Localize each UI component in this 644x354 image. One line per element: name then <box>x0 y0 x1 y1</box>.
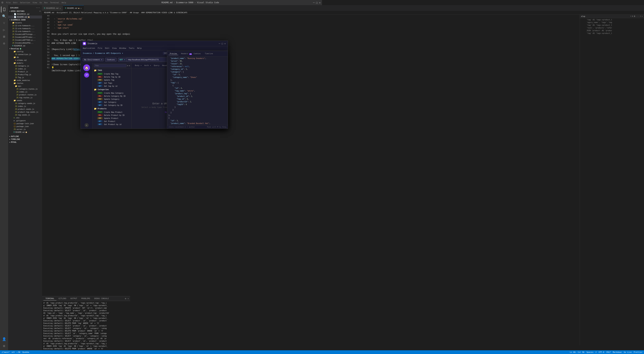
insomnia-request-delete-tag[interactable]: DEL Delete Tag by ID <box>92 75 131 78</box>
sidebar-item-readme-develop[interactable]: M README.md <box>8 131 42 134</box>
insomnia-request-update-category[interactable]: PUT Update Category <box>92 98 131 101</box>
sidebar-item-orm3[interactable]: JS 13-orm-homework-... <box>8 30 42 33</box>
sidebar-item-config[interactable]: 📁config <box>8 50 42 53</box>
cookies-tab[interactable]: Cookies <box>192 52 202 55</box>
tab-readmeoe[interactable]: M READMEOE.md ✕ <box>42 5 63 11</box>
breadcrumb-demo[interactable]: ### DEMONSTRATION VIDEO LINK & SCREENCAP… <box>141 11 188 14</box>
sidebar-item-product[interactable]: JS Product.js <box>8 70 42 73</box>
close-icon[interactable]: ✕ <box>12 16 13 18</box>
sidebar-item-product-seeds[interactable]: JS product-seeds.js <box>8 108 42 111</box>
activity-remote-icon[interactable]: ⊙ <box>1 40 7 46</box>
minimize-icon[interactable]: ─ <box>219 42 220 45</box>
maximize-icon[interactable]: □ <box>222 42 223 45</box>
sidebar-item-models-index[interactable]: JS index.js <box>8 67 42 70</box>
sidebar-item-product-tag-seeds[interactable]: JS product-tag-seeds.js <box>8 111 42 113</box>
menu-edit[interactable]: Edit <box>105 47 110 49</box>
sidebar-item-seeds-index[interactable]: JS index.js <box>8 105 42 108</box>
sidebar-item-server[interactable]: JS server.js <box>8 128 42 131</box>
insomnia-request-get-category[interactable]: GET Get Category <box>92 101 131 104</box>
filter-icon[interactable]: ⊕ <box>127 64 128 67</box>
sidebar-item-insomnia-homepga[interactable]: JS InsomniaHomePGA... <box>8 41 42 44</box>
sidebar-item-env[interactable]: ⚙ .env <box>8 116 42 119</box>
categories-group[interactable]: 📁 Categories <box>92 88 131 91</box>
sidebar-item-producttag[interactable]: JS ProductTag.js <box>8 73 42 76</box>
products-group[interactable]: 📁 Products <box>92 107 131 111</box>
sidebar-item-models[interactable]: 📁models <box>8 62 42 64</box>
mysql-section[interactable]: ▶MYSQL <box>8 141 42 144</box>
insomnia-request-delete-product[interactable]: DEL Delete Product by ID <box>92 114 131 117</box>
sidebar-item-tag-seeds[interactable]: JS tag-seeds.js <box>8 113 42 116</box>
activity-debug-icon[interactable]: ▷ <box>1 27 7 33</box>
minimize-button[interactable]: ─ <box>313 1 315 4</box>
sidebar-item-product-routes[interactable]: JS product-routes.js <box>8 93 42 96</box>
close-icon[interactable]: ✕ <box>224 42 226 45</box>
open-editors-section[interactable]: ▼OPEN EDITORS ⟳ <box>8 10 42 13</box>
activity-git-icon[interactable]: ⑂ <box>1 20 7 26</box>
insomnia-request-get-tags[interactable]: GET Get Tags <box>92 81 131 84</box>
insomnia-request-update-product[interactable]: PUT Update Product <box>92 117 131 120</box>
tab-close-icon[interactable]: ✕ <box>80 7 82 10</box>
sidebar-item-assets[interactable]: 📁Assets <box>8 21 42 24</box>
sidebar-item-category-seeds[interactable]: JS category-seeds.js <box>8 102 42 105</box>
sidebar-item-seeds[interactable]: 📁seeds <box>8 99 42 102</box>
close-icon[interactable]: ✕ <box>12 13 13 15</box>
sidebar-item-connection[interactable]: JS connection.js <box>8 53 42 56</box>
sidebar-item-schema[interactable]: ≡ schema.sql <box>8 59 42 62</box>
tags-group[interactable]: 📁 TAGS <box>92 68 131 72</box>
ecommece-section[interactable]: ▼ECOMMECE-5000 <box>8 18 42 21</box>
headers-tab[interactable]: Headers <box>180 52 190 55</box>
tab-close-icon[interactable]: ✕ <box>60 7 61 10</box>
insomnia-home-icon[interactable]: 🏠 <box>83 64 90 71</box>
sidebar-item-orm1[interactable]: JS 13-orm-homework-... <box>8 24 42 27</box>
sidebar-item-gitignore[interactable]: ◈ .gitignore <box>8 119 42 122</box>
sidebar-item-readme-open[interactable]: ✕ 📄 README.md <box>8 15 42 18</box>
window-controls[interactable]: ─ □ ✕ <box>313 1 321 4</box>
sidebar-item-db[interactable]: 📁db <box>8 56 42 59</box>
menu-tools[interactable]: Tools <box>129 47 134 49</box>
insomnia-request-delete-category[interactable]: DEL Delete Category By ID <box>92 94 131 98</box>
settings-icon[interactable]: ⚙ <box>129 64 130 67</box>
tab-readme[interactable]: M README.md ● ✕ <box>63 5 84 11</box>
body-tab[interactable]: Body ▾ <box>134 64 143 67</box>
sidebar-item-package-lock[interactable]: {} package-lock.json <box>8 122 42 125</box>
insomnia-request-get-product-by-id[interactable]: GET Get Product by id <box>92 123 131 126</box>
url-input[interactable] <box>126 57 171 62</box>
timeline-section[interactable]: ▶TIMELINE <box>8 138 42 141</box>
sidebar-item-tag[interactable]: JS Tag.js <box>8 76 42 79</box>
outline-section[interactable]: ▶OUTLINE <box>8 135 42 138</box>
menu-window[interactable]: Window <box>119 47 126 49</box>
close-button[interactable]: ✕ <box>319 1 321 4</box>
menu-file[interactable]: File <box>98 47 102 49</box>
menu-application[interactable]: Application <box>83 47 95 49</box>
sidebar-item-api[interactable]: 📁api <box>8 85 42 88</box>
insomnia-request-get-tag-by-id[interactable]: GET Get tag by id <box>92 84 131 88</box>
sidebar-item-routes[interactable]: 📁routes <box>8 82 42 85</box>
maximize-button[interactable]: □ <box>316 1 318 4</box>
breadcrumb-assignment[interactable]: Assignment 13, Object-Relational Mapping… <box>56 11 127 14</box>
environment-selector[interactable]: No Environment ▾ <box>83 58 104 61</box>
menu-view[interactable]: View <box>112 47 117 49</box>
sidebar-filter-input[interactable] <box>94 64 126 67</box>
cookies-button[interactable]: Cookies <box>105 58 116 62</box>
insomnia-request-create-product[interactable]: POST Create New Product <box>92 111 131 114</box>
sidebar-item-orm2[interactable]: JS 13-orm-homework-... <box>8 27 42 30</box>
insomnia-request-create-category[interactable]: POST Create New Category <box>92 91 131 94</box>
insomnia-profile-icon[interactable]: JP <box>84 72 89 78</box>
timeline-tab[interactable]: Timeline <box>203 52 214 55</box>
explorer-menu-icon[interactable]: ··· <box>36 6 40 9</box>
sidebar-item-category[interactable]: JS Category.js <box>8 64 42 67</box>
sidebar-item-tag-routes[interactable]: JS tag-routes.js <box>8 96 42 99</box>
breadcrumb-usage[interactable]: ## Usage <box>130 11 139 14</box>
sidebar-item-readmeoe[interactable]: M READMEOE.md <box>8 44 42 47</box>
sidebar-item-category-routes[interactable]: JS category-routes.js <box>8 88 42 90</box>
sidebar-item-insomnia-getproduc[interactable]: JS InsomniaGETProduc... <box>8 36 42 39</box>
preview-tab[interactable]: Preview <box>168 52 178 55</box>
sidebar-item-readmeoe-open[interactable]: ✕ 📄 READMEOE.md <box>8 13 42 15</box>
sidebar-item-node-modules[interactable]: 📁node_modules <box>8 79 42 82</box>
insomnia-request-create-tag[interactable]: POST Create New Tag <box>92 72 131 75</box>
develop-section[interactable]: ▼Develop <box>8 47 42 50</box>
sidebar-item-package[interactable]: {} package.json <box>8 125 42 128</box>
insomnia-request-get-category-by-id[interactable]: GET Get Category by ID <box>92 104 131 107</box>
auth-tab[interactable]: Auth ▾ <box>143 64 152 67</box>
activity-search-icon[interactable]: 🔍 <box>1 13 7 19</box>
